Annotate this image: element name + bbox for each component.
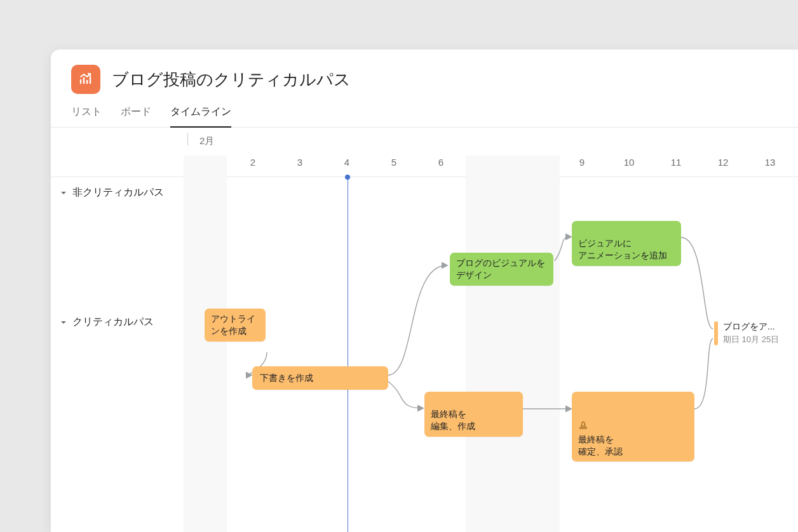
task-animation[interactable]: ビジュアルに アニメーションを追加 bbox=[572, 221, 681, 266]
app-window: ブログ投稿のクリティカルパス リスト ボード タイムライン 2月 1234567… bbox=[51, 50, 798, 532]
chevron-down-icon bbox=[60, 319, 67, 326]
day-column: 9 bbox=[558, 157, 605, 168]
task-label: 下書きを作成 bbox=[260, 373, 313, 383]
section-critical-label: クリティカルパス bbox=[72, 316, 154, 329]
task-label: 最終稿を 編集、作成 bbox=[431, 409, 475, 431]
task-visual-design[interactable]: ブログのビジュアルをデザイン bbox=[450, 253, 553, 286]
page-header: ブログ投稿のクリティカルパス bbox=[51, 50, 798, 94]
days-row: 12345678910111213 bbox=[51, 156, 798, 175]
task-label: ビジュアルに アニメーションを追加 bbox=[578, 238, 667, 260]
day-column: 5 bbox=[370, 157, 417, 168]
section-critical[interactable]: クリティカルパス bbox=[51, 307, 163, 338]
tab-list[interactable]: リスト bbox=[71, 105, 102, 127]
project-color-icon[interactable] bbox=[71, 65, 100, 94]
task-approve-final[interactable]: 最終稿を 確定、承認 bbox=[572, 392, 694, 462]
task-outline[interactable]: アウトラインを作成 bbox=[205, 309, 266, 342]
day-column: 2 bbox=[229, 157, 276, 168]
view-tabs: リスト ボード タイムライン bbox=[51, 94, 798, 128]
day-column: 6 bbox=[417, 157, 464, 168]
day-column: 12 bbox=[700, 157, 747, 168]
day-column: 10 bbox=[605, 157, 653, 168]
task-label: 最終稿を 確定、承認 bbox=[578, 434, 623, 456]
section-noncritical[interactable]: 非クリティカルパス bbox=[51, 177, 798, 208]
dependency-lines bbox=[51, 208, 798, 532]
timeline-header: 2月 12345678910111213 bbox=[51, 128, 798, 177]
axis-tick bbox=[187, 133, 188, 145]
day-column: 4 bbox=[323, 157, 370, 168]
tab-board[interactable]: ボード bbox=[121, 105, 151, 127]
milestone-bar-icon bbox=[714, 321, 718, 345]
day-column: 3 bbox=[276, 157, 323, 168]
task-draft[interactable]: 下書きを作成 bbox=[252, 366, 388, 390]
chevron-down-icon bbox=[60, 189, 67, 197]
milestone-publish[interactable]: ブログをア... 期日 10月 25日 bbox=[714, 321, 779, 345]
milestone-title: ブログをア... bbox=[723, 321, 779, 333]
month-label: 2月 bbox=[200, 135, 214, 147]
task-label: ブログのビジュアルをデザイン bbox=[456, 258, 545, 280]
page-title: ブログ投稿のクリティカルパス bbox=[112, 69, 351, 91]
milestone-subtitle: 期日 10月 25日 bbox=[723, 334, 779, 345]
day-column: 13 bbox=[747, 157, 794, 168]
section-noncritical-label: 非クリティカルパス bbox=[72, 186, 164, 199]
milestone-info: ブログをア... 期日 10月 25日 bbox=[723, 321, 779, 345]
tab-timeline[interactable]: タイムライン bbox=[170, 105, 231, 128]
timeline-view: 2月 12345678910111213 非クリティカルパス bbox=[51, 128, 798, 532]
task-label: アウトラインを作成 bbox=[211, 314, 255, 336]
chart-up-icon bbox=[78, 72, 93, 87]
stamp-icon bbox=[578, 408, 588, 434]
task-edit-final[interactable]: 最終稿を 編集、作成 bbox=[424, 392, 523, 437]
tasks-canvas: ブログのビジュアルをデザイン ビジュアルに アニメーションを追加 クリティカルパ… bbox=[51, 208, 798, 532]
day-column: 11 bbox=[653, 157, 700, 168]
